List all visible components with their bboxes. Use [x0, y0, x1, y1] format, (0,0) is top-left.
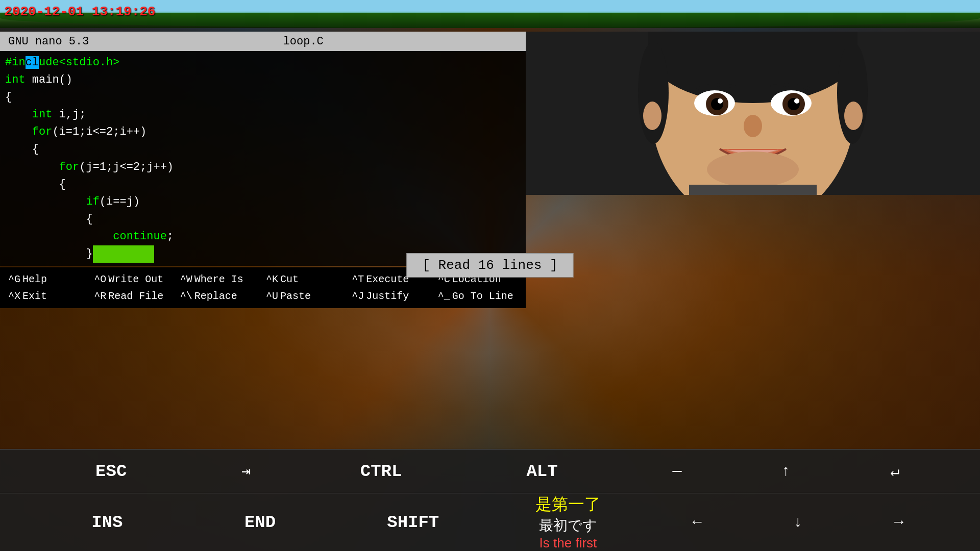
bottom-bar: ESC ⇥ CTRL ALT — ↑ ↵ INS END SHIFT 是第一了 … [0, 449, 980, 551]
tab-icon: ⇥ [241, 462, 251, 481]
svg-point-20 [707, 152, 799, 187]
end-key[interactable]: END [230, 513, 291, 532]
shortcut-go-to-line[interactable]: ^_ Go To Line [435, 288, 521, 304]
code-line: int i,j; [5, 106, 521, 123]
subtitle-chinese: 是第一了 [535, 493, 601, 516]
dash-icon: — [672, 463, 681, 480]
svg-rect-6 [648, 32, 857, 72]
shortcut-replace[interactable]: ^\ Replace [177, 288, 263, 304]
shortcut-exit[interactable]: ^X Exit [5, 288, 91, 304]
right-arrow-icon: → [894, 514, 903, 531]
shortcut-read-file[interactable]: ^R Read File [91, 288, 177, 304]
shortcut-cut[interactable]: ^K Cut [263, 271, 349, 287]
svg-point-18 [643, 102, 662, 130]
alt-key[interactable]: ALT [511, 462, 573, 481]
code-area: #include<stdio.h> int main() { int i,j; … [0, 51, 526, 266]
up-arrow-icon: ↑ [781, 463, 791, 480]
esc-key[interactable]: ESC [81, 462, 142, 481]
ctrl-key[interactable]: CTRL [351, 462, 412, 481]
code-line: { [5, 211, 521, 228]
shift-key[interactable]: SHIFT [382, 513, 444, 532]
shortcut-help[interactable]: ^G Help [5, 271, 91, 287]
face-svg [526, 32, 980, 195]
code-line: { [5, 141, 521, 158]
shortcut-justify[interactable]: ^J Justify [349, 288, 434, 304]
shortcut-write-out[interactable]: ^O Write Out [91, 271, 177, 287]
down-arrow-icon: ↓ [793, 514, 802, 531]
svg-rect-21 [689, 185, 817, 195]
shortcut-paste[interactable]: ^U Paste [263, 288, 349, 304]
code-line: { [5, 176, 521, 193]
code-line: int main() [5, 71, 521, 89]
keyboard-row2: INS END SHIFT 是第一了 最初です Is the first ← ↓… [0, 493, 980, 551]
svg-point-17 [744, 115, 762, 137]
read-message: [ Read 16 lines ] [406, 253, 573, 278]
shortcut-where-is[interactable]: ^W Where Is [177, 271, 263, 287]
webcam-face [526, 32, 980, 195]
nano-editor: GNU nano 5.3 loop.C #include<stdio.h> in… [0, 32, 526, 266]
svg-point-15 [718, 98, 723, 104]
code-line: for(j=1;j<=2;j++) [5, 159, 521, 176]
subtitle-japanese: 最初です [535, 516, 601, 535]
code-line: if(i==j) [5, 193, 521, 211]
code-line: #include<stdio.h> [5, 54, 521, 71]
code-line: { [5, 89, 521, 106]
svg-point-16 [794, 98, 799, 104]
nano-title: GNU nano 5.3 [8, 35, 89, 48]
nano-header: GNU nano 5.3 loop.C [0, 32, 526, 51]
keyboard-row1: ESC ⇥ CTRL ALT — ↑ ↵ [0, 449, 980, 493]
enter-icon: ↵ [890, 462, 899, 481]
left-arrow-icon: ← [693, 514, 702, 531]
subtitle-area: 是第一了 最初です Is the first [535, 493, 601, 551]
ins-key[interactable]: INS [77, 513, 138, 532]
subtitle-english: Is the first [535, 535, 601, 551]
nano-filename: loop.C [283, 35, 324, 48]
code-line: for(i=1;i<=2;i++) [5, 123, 521, 141]
code-line: continue; [5, 228, 521, 245]
svg-point-19 [844, 102, 863, 130]
timestamp: 2020-12-01 13:19:26 [4, 4, 155, 19]
webcam-overlay [526, 32, 980, 195]
